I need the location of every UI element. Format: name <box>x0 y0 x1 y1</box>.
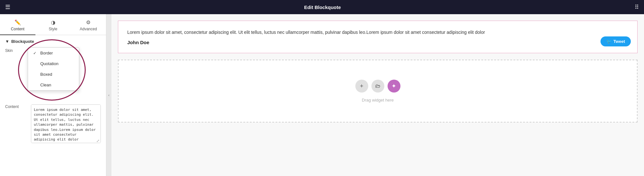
checkmark-icon: ✓ <box>33 51 38 55</box>
add-widget-button[interactable]: + <box>355 80 368 93</box>
tab-content-label: Content <box>11 27 24 31</box>
pencil-icon: ✏️ <box>14 19 21 25</box>
expand-icon[interactable]: ⤢ <box>96 139 100 143</box>
textarea-wrapper: Lorem ipsum dolor sit amet, consectetur … <box>31 104 101 144</box>
tweet-button-label: Tweet <box>613 39 625 44</box>
main-layout: ✏️ Content ◑ Style ⚙ Advanced ▼ Blockquo… <box>0 14 644 176</box>
blockquote-text: Lorem ipsum dolor sit amet, consectetur … <box>127 29 628 36</box>
hamburger-icon[interactable]: ☰ <box>5 4 10 11</box>
tab-advanced[interactable]: ⚙ Advanced <box>71 17 106 35</box>
blockquote-author: John Doe <box>127 40 628 45</box>
content-label: Content <box>5 104 31 109</box>
page-title: Edit Blockquote <box>304 5 341 10</box>
section-blockquote-title: ▼ Blockquote <box>5 39 101 44</box>
content-textarea[interactable]: Lorem ipsum dolor sit amet, consectetur … <box>31 104 101 143</box>
section-title-text: Blockquote <box>11 39 34 44</box>
tab-content[interactable]: ✏️ Content <box>0 17 35 35</box>
drop-zone-label: Drag widget here <box>362 98 394 103</box>
skin-dropdown: ✓ Border Quotation Boxed <box>28 47 79 91</box>
sidebar-collapse-button[interactable]: ‹ <box>106 14 111 176</box>
tab-style-label: Style <box>49 27 57 31</box>
grid-icon[interactable]: ⠿ <box>635 4 639 11</box>
dropdown-item-quotation[interactable]: Quotation <box>28 58 79 69</box>
sparkle-button[interactable]: ✦ <box>388 80 400 93</box>
dropdown-clean-label: Clean <box>40 83 51 87</box>
tab-style[interactable]: ◑ Style <box>35 17 71 35</box>
folder-icon: 🗁 <box>375 83 380 89</box>
half-circle-icon: ◑ <box>51 19 55 25</box>
dropdown-item-boxed[interactable]: Boxed <box>28 69 79 80</box>
plus-icon: + <box>360 83 363 90</box>
blockquote-widget: Lorem ipsum dolor sit amet, consectetur … <box>118 21 638 53</box>
dropdown-item-clean[interactable]: Clean <box>28 80 79 90</box>
content-field-row: Content Lorem ipsum dolor sit amet, cons… <box>5 104 101 144</box>
twitter-bird-icon: 🐦 <box>606 39 611 44</box>
gear-icon: ⚙ <box>86 19 91 25</box>
sidebar-tabs: ✏️ Content ◑ Style ⚙ Advanced <box>0 14 106 35</box>
tab-advanced-label: Advanced <box>80 27 97 31</box>
canvas-area: Lorem ipsum dolor sit amet, consectetur … <box>111 14 644 176</box>
drop-zone: + 🗁 ✦ Drag widget here <box>118 60 638 122</box>
skin-label: Skin <box>5 48 31 53</box>
collapse-chevron-icon: ‹ <box>108 93 109 97</box>
sidebar-panel: ✏️ Content ◑ Style ⚙ Advanced ▼ Blockquo… <box>0 14 106 176</box>
section-arrow: ▼ <box>5 39 9 44</box>
app-header: ☰ Edit Blockquote ⠿ <box>0 0 644 14</box>
sparkle-icon: ✦ <box>391 83 396 90</box>
dropdown-quotation-label: Quotation <box>40 61 58 66</box>
sidebar-content: ▼ Blockquote Skin ✓ Border <box>0 35 106 176</box>
dropdown-border-label: Border <box>40 51 53 55</box>
drop-zone-actions: + 🗁 ✦ <box>355 80 400 93</box>
folder-button[interactable]: 🗁 <box>371 80 384 93</box>
tweet-button[interactable]: 🐦 Tweet <box>601 36 631 46</box>
dropdown-item-border[interactable]: ✓ Border <box>28 48 79 58</box>
skin-field-row: Skin ✓ Border Quotation <box>5 48 101 53</box>
dropdown-boxed-label: Boxed <box>40 72 52 77</box>
